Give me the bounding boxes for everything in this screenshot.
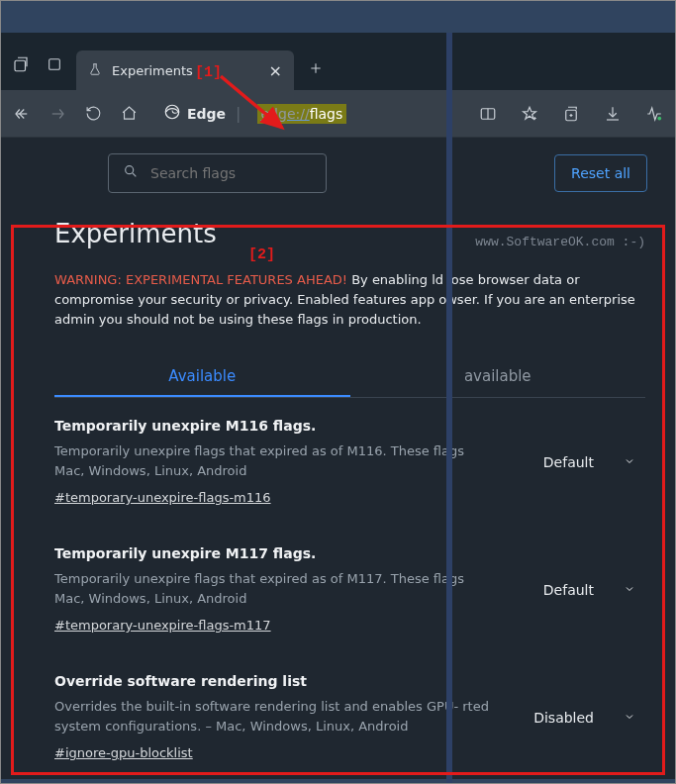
search-input[interactable]	[150, 165, 312, 181]
forward-button	[47, 103, 68, 125]
url-path: flags	[310, 106, 343, 122]
flag-title: Override software rendering list	[54, 673, 517, 689]
flag-desc: Temporarily unexpire flags that expired …	[54, 569, 490, 608]
favorites-icon[interactable]	[519, 103, 540, 125]
tab-actions-icon[interactable]	[43, 52, 66, 76]
search-flags-box[interactable]	[108, 153, 327, 193]
flag-select[interactable]: Disabled	[524, 704, 645, 732]
svg-rect-0	[15, 60, 26, 71]
search-icon	[123, 163, 139, 183]
flag-desc: Temporarily unexpire flags that expired …	[54, 441, 490, 480]
flag-item: Override software rendering list Overrid…	[54, 653, 645, 779]
edge-logo-icon	[163, 103, 181, 124]
flag-select[interactable]: Default	[533, 576, 645, 604]
edge-label: Edge	[187, 106, 226, 122]
chevron-down-icon	[624, 710, 635, 726]
flask-icon	[88, 62, 102, 79]
tab-title: Experiments	[112, 63, 193, 78]
svg-rect-1	[49, 59, 60, 70]
downloads-icon[interactable]	[602, 103, 624, 125]
close-icon[interactable]: ×	[269, 61, 282, 80]
flag-anchor-link[interactable]: #temporary-unexpire-flags-m116	[54, 490, 271, 505]
page-title: Experiments	[54, 219, 645, 248]
url-scheme: edge://	[261, 106, 310, 122]
flag-desc: Overrides the built-in software renderin…	[54, 697, 490, 735]
workspaces-icon[interactable]	[9, 52, 33, 76]
chevron-down-icon	[624, 454, 635, 470]
tab-available[interactable]: Available	[54, 357, 350, 397]
home-button[interactable]	[118, 103, 140, 125]
new-tab-button[interactable]	[304, 56, 328, 80]
chevron-down-icon	[624, 582, 635, 598]
svg-point-6	[126, 166, 134, 174]
flag-title: Temporarily unexpire M117 flags.	[54, 545, 517, 561]
reset-all-button[interactable]: Reset all	[554, 154, 647, 192]
bottom-bar	[1, 779, 675, 783]
page-content: Reset all Experiments WARNING: EXPERIMEN…	[1, 138, 675, 779]
performance-icon[interactable]	[643, 103, 665, 125]
svg-point-5	[657, 116, 661, 120]
address-bar[interactable]: Edge | edge://flags	[163, 103, 352, 124]
tab-unavailable[interactable]: available	[350, 357, 646, 397]
flag-item: Temporarily unexpire M116 flags. Tempora…	[54, 398, 645, 526]
flag-anchor-link[interactable]: #temporary-unexpire-flags-m117	[54, 618, 271, 633]
browser-tab[interactable]: Experiments ×	[76, 50, 294, 90]
warning-text: WARNING: EXPERIMENTAL FEATURES AHEAD! By…	[54, 270, 645, 330]
collections-icon[interactable]	[560, 103, 582, 125]
external-window-bar	[1, 1, 675, 33]
flag-title: Temporarily unexpire M116 flags.	[54, 418, 517, 434]
back-button[interactable]	[11, 103, 33, 125]
nav-toolbar: Edge | edge://flags	[1, 90, 675, 138]
flag-item: Temporarily unexpire M117 flags. Tempora…	[54, 526, 645, 653]
flag-anchor-link[interactable]: #ignore-gpu-blocklist	[54, 745, 193, 760]
tab-strip: Experiments ×	[1, 33, 675, 90]
flag-select[interactable]: Default	[533, 448, 645, 476]
split-screen-icon[interactable]	[477, 103, 499, 125]
refresh-button[interactable]	[82, 103, 104, 125]
